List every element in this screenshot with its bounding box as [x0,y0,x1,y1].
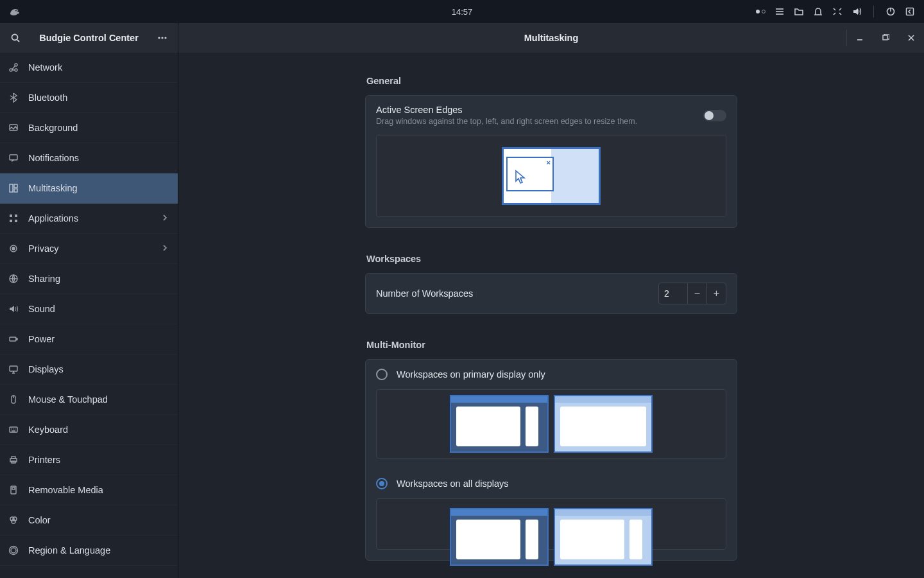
window-minimize-button[interactable] [847,23,873,53]
svg-point-13 [15,64,17,66]
sidebar-item-mouse[interactable]: Mouse & Touchpad [0,385,178,415]
files-icon[interactable] [794,6,804,17]
applications-icon [8,213,19,224]
window-close-button[interactable] [898,23,924,53]
active-edges-preview: × [376,135,726,217]
sidebar-item-network[interactable]: Network [0,53,178,83]
primary-only-diagram [376,389,726,459]
workspace-count-label: Number of Workspaces [376,288,473,299]
sidebar-item-color[interactable]: Color [0,505,178,536]
sidebar-title: Budgie Control Center [24,33,153,43]
sidebar-item-privacy[interactable]: Privacy [0,234,178,264]
active-edges-title: Active Screen Edges [376,105,637,115]
workspace-count-input[interactable] [659,288,687,299]
sidebar-item-label: Privacy [28,243,59,254]
sidebar-list: NetworkBluetoothBackgroundNotificationsM… [0,53,178,578]
control-center-window: Budgie Control Center NetworkBluetoothBa… [0,23,924,578]
main-scroll[interactable]: General Active Screen Edges Drag windows… [178,53,924,578]
sidebar-item-label: Printers [28,455,60,465]
workspace-increment-button[interactable]: + [706,283,726,304]
primary-monitor-icon [450,395,549,453]
svg-rect-21 [15,215,17,217]
all-displays-radio-row[interactable]: Workspaces on all displays [366,469,737,498]
chevron-right-icon [161,213,169,223]
sidebar-item-label: Power [28,334,55,344]
sidebar-item-sound[interactable]: Sound [0,294,178,324]
sidebar-item-keyboard[interactable]: Keyboard [0,415,178,445]
svg-point-0 [15,10,17,12]
network-tray-icon[interactable] [832,6,843,17]
panel-clock[interactable]: 14:57 [452,7,473,17]
media-icon [8,484,19,496]
primary-only-label: Workspaces on primary display only [397,369,545,380]
sidebar-item-label: Multitasking [28,183,78,193]
app-menu-button[interactable] [153,29,171,47]
sidebar-item-label: Applications [28,213,78,223]
workspace-decrement-button[interactable]: − [687,283,706,304]
menu-icon[interactable] [774,6,785,17]
workspace-indicator-icon[interactable] [756,10,766,13]
svg-rect-34 [12,457,15,459]
keyboard-icon [8,424,19,435]
svg-point-14 [15,69,17,71]
sidebar-item-power[interactable]: Power [0,324,178,355]
primary-only-radio[interactable] [376,369,388,380]
primary-only-radio-row[interactable]: Workspaces on primary display only [366,360,737,389]
sidebar-item-label: Removable Media [28,485,103,495]
svg-rect-17 [10,184,13,192]
workspace-count-row: Number of Workspaces − + [366,274,737,313]
sidebar-item-bluetooth[interactable]: Bluetooth [0,83,178,113]
sidebar-item-sharing[interactable]: Sharing [0,264,178,294]
color-icon [8,514,19,526]
sidebar-item-label: Color [28,515,51,525]
sidebar-item-label: Mouse & Touchpad [28,394,108,405]
svg-rect-19 [14,189,17,192]
budgie-logo-icon[interactable] [5,3,23,21]
system-tray [756,6,924,17]
sidebar-item-multitasking[interactable]: Multitasking [0,173,178,204]
network-icon [8,62,19,73]
displays-icon [8,363,19,375]
sidebar-item-displays[interactable]: Displays [0,355,178,385]
svg-point-41 [11,548,16,553]
sidebar-item-label: Notifications [28,153,79,163]
window-maximize-button[interactable] [873,23,898,53]
sidebar-item-media[interactable]: Removable Media [0,475,178,505]
svg-point-25 [12,247,15,250]
settings-sidebar: Budgie Control Center NetworkBluetoothBa… [0,23,178,578]
bluetooth-icon [8,92,19,103]
background-icon [8,122,19,134]
cursor-icon [514,170,527,185]
main-area: Multitasking General Active Screen Edges… [178,23,924,578]
sidebar-item-applications[interactable]: Applications [0,204,178,234]
power-icon [8,333,19,345]
sidebar-item-label: Region & Language [28,545,110,556]
multimonitor-panel: Workspaces on primary display only [365,359,737,561]
secondary-monitor-ws-icon [554,508,653,566]
desktop-top-panel: 14:57 [0,0,924,23]
section-heading-multimonitor: Multi-Monitor [366,340,737,350]
active-edges-row: Active Screen Edges Drag windows against… [366,96,737,135]
sidebar-item-printers[interactable]: Printers [0,445,178,475]
main-header: Multitasking [178,23,924,53]
svg-rect-23 [15,220,17,222]
sidebar-item-label: Displays [28,364,64,374]
power-tray-icon[interactable] [886,6,896,17]
search-button[interactable] [6,29,24,47]
sidebar-item-label: Sound [28,304,55,314]
session-tray-icon[interactable] [905,6,915,17]
all-displays-diagram [376,498,726,550]
active-edges-toggle[interactable] [703,110,726,121]
sidebar-item-background[interactable]: Background [0,113,178,143]
section-heading-general: General [366,76,737,86]
sidebar-item-notifications[interactable]: Notifications [0,143,178,173]
privacy-icon [8,243,19,254]
notifications-bell-icon[interactable] [813,6,823,17]
volume-tray-icon[interactable] [851,6,862,17]
chevron-right-icon [161,243,169,254]
all-displays-radio[interactable] [376,478,388,489]
sidebar-item-label: Bluetooth [28,92,67,103]
sidebar-header: Budgie Control Center [0,23,178,53]
sidebar-item-region[interactable]: Region & Language [0,536,178,566]
svg-point-7 [12,35,18,40]
